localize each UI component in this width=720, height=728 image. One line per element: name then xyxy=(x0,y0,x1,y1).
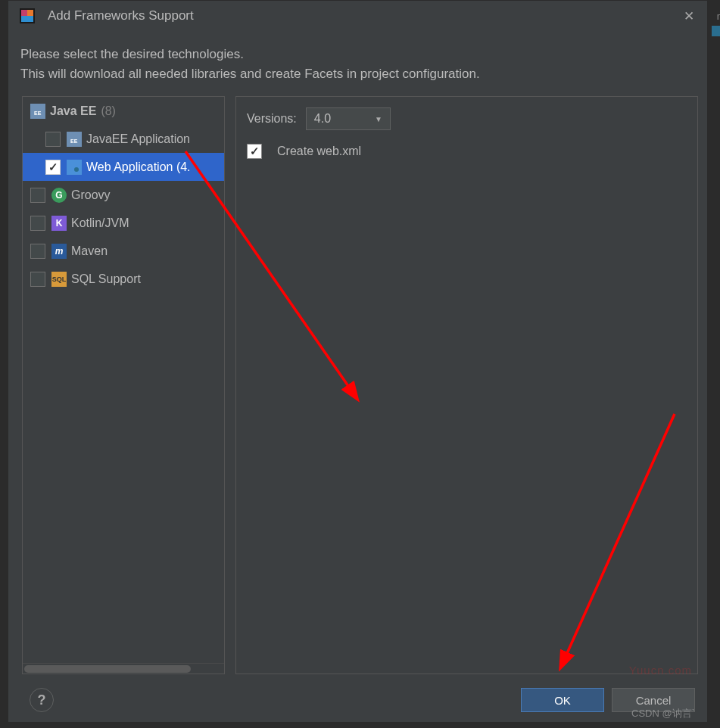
tree-group-label: Java EE xyxy=(50,104,96,118)
tree-item-label: SQL Support xyxy=(71,272,141,286)
tree-item-javaee-application[interactable]: EE JavaEE Application xyxy=(23,125,224,153)
watermark-site: Yuucn.com xyxy=(629,664,692,677)
checkbox-javaee-application[interactable] xyxy=(45,132,61,147)
svg-rect-6 xyxy=(32,106,37,109)
description-line-2: This will download all needed libraries … xyxy=(20,64,695,84)
checkbox-sql-support[interactable] xyxy=(30,272,45,287)
create-webxml-label: Create web.xml xyxy=(277,145,361,158)
svg-text:EE: EE xyxy=(34,110,42,116)
create-webxml-row: Create web.xml xyxy=(247,144,687,159)
groovy-icon: G xyxy=(51,188,67,203)
tree-item-groovy[interactable]: G Groovy xyxy=(23,181,224,209)
tree-item-label: Kotlin/JVM xyxy=(71,216,129,230)
tree-item-web-application[interactable]: Web Application (4. xyxy=(23,153,224,181)
watermark-csdn: CSDN @讷言` xyxy=(631,707,695,720)
checkbox-web-application[interactable] xyxy=(45,160,61,175)
checkbox-maven[interactable] xyxy=(30,244,45,259)
svg-rect-2 xyxy=(27,10,33,16)
svg-rect-3 xyxy=(21,16,27,22)
main-panel: EE Java EE (8) EE JavaEE Application xyxy=(8,92,707,674)
dialog-description: Please select the desired technologies. … xyxy=(8,31,707,92)
tree-item-sql-support[interactable]: SQL SQL Support xyxy=(23,265,224,293)
ok-button[interactable]: OK xyxy=(521,688,604,712)
background-fragment-text: r xyxy=(717,11,720,22)
sql-icon: SQL xyxy=(51,272,67,287)
close-button[interactable]: ✕ xyxy=(681,8,697,24)
tree-item-maven[interactable]: m Maven xyxy=(23,237,224,265)
dialog-footer: ? OK Cancel xyxy=(8,678,707,722)
tree-item-kotlin[interactable]: K Kotlin/JVM xyxy=(23,209,224,237)
app-icon xyxy=(19,8,36,24)
versions-select[interactable]: 4.0 ▼ xyxy=(306,107,391,130)
maven-icon: m xyxy=(51,244,67,259)
checkbox-groovy[interactable] xyxy=(30,188,45,203)
checkbox-create-webxml[interactable] xyxy=(247,144,262,159)
help-button[interactable]: ? xyxy=(30,688,54,712)
kotlin-icon: K xyxy=(51,216,67,231)
tree-group-java-ee[interactable]: EE Java EE (8) xyxy=(23,97,224,125)
dialog-add-frameworks: Add Frameworks Support ✕ Please select t… xyxy=(8,0,708,723)
technology-tree[interactable]: EE Java EE (8) EE JavaEE Application xyxy=(23,97,224,663)
svg-text:EE: EE xyxy=(70,138,78,144)
svg-rect-9 xyxy=(68,134,73,137)
options-pane: Versions: 4.0 ▼ Create web.xml xyxy=(235,96,698,674)
scrollbar-thumb[interactable] xyxy=(24,665,191,673)
web-icon xyxy=(67,160,82,175)
chevron-down-icon: ▼ xyxy=(375,115,382,123)
versions-row: Versions: 4.0 ▼ xyxy=(247,107,687,130)
description-line-1: Please select the desired technologies. xyxy=(20,45,695,64)
svg-rect-4 xyxy=(27,16,33,22)
tree-item-label: Groovy xyxy=(71,188,111,202)
svg-rect-12 xyxy=(68,162,73,165)
folder-icon: EE xyxy=(30,104,45,119)
versions-label: Versions: xyxy=(247,112,297,126)
folder-icon: EE xyxy=(67,132,82,147)
horizontal-scrollbar[interactable] xyxy=(23,663,224,674)
checkbox-kotlin[interactable] xyxy=(30,216,45,231)
titlebar: Add Frameworks Support ✕ xyxy=(8,1,707,31)
tree-item-label: Maven xyxy=(71,244,108,258)
tree-group-badge: (8) xyxy=(101,104,116,118)
svg-rect-1 xyxy=(21,10,27,16)
tree-item-label: Web Application (4. xyxy=(86,160,191,174)
dialog-title: Add Frameworks Support xyxy=(48,8,681,23)
svg-point-13 xyxy=(74,167,79,172)
versions-selected-value: 4.0 xyxy=(314,112,331,126)
background-fragment xyxy=(712,26,720,36)
technology-tree-pane: EE Java EE (8) EE JavaEE Application xyxy=(22,96,225,674)
tree-item-label: JavaEE Application xyxy=(86,132,190,146)
